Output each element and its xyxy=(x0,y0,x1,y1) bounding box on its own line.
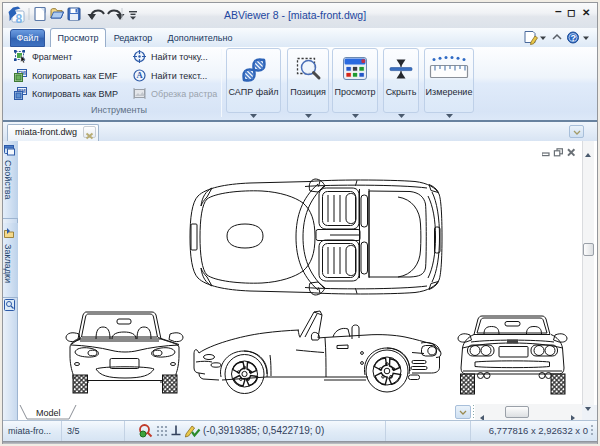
svg-text:8: 8 xyxy=(16,12,23,24)
svg-text:A: A xyxy=(137,70,144,80)
svg-text:Model: Model xyxy=(36,408,61,418)
svg-text:?: ? xyxy=(570,33,576,43)
